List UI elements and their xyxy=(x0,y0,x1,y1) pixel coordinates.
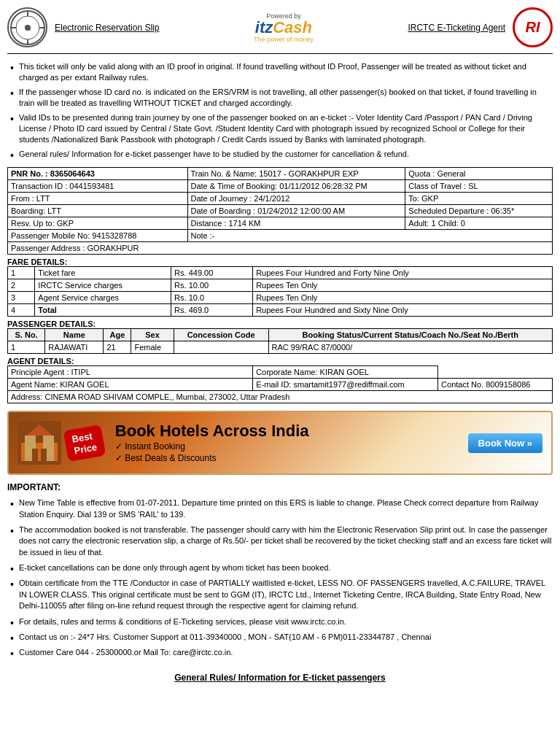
fare-section-title: FARE DETAILS: xyxy=(7,258,553,266)
general-rules-footer: General Rules/ Information for E-ticket … xyxy=(7,673,553,683)
mobile-cell: Passenger Mobile No: 9415328788 xyxy=(8,230,188,242)
agent-row-2: Agent Name: KIRAN GOEL E-mail ID: smarta… xyxy=(8,379,553,391)
irctc-section: IRCTC E-Ticketing Agent RI xyxy=(408,7,553,47)
to-cell: To: GKP xyxy=(405,193,553,205)
corporate-cell: Corporate Name: KIRAN GOEL xyxy=(253,366,438,379)
boarding-date-cell: Date of Boarding : 01/24/2012 12:00:00 A… xyxy=(187,205,405,217)
important-title: IMPORTANT: xyxy=(7,482,553,492)
hotel-banner[interactable]: Best Price Book Hotels Across India ✓ In… xyxy=(7,411,553,475)
p-sno-1: 1 xyxy=(8,341,45,354)
important-section: IMPORTANT: New Time Table is effective f… xyxy=(7,482,553,661)
fare-item-4: Total xyxy=(35,304,171,317)
departure-cell: Scheduled Departure : 06:35* xyxy=(405,205,553,217)
fare-item-2: IRCTC Service charges xyxy=(35,279,171,292)
adult-child-cell: Adult: 1 Child: 0 xyxy=(405,217,553,230)
passenger-section-title: PASSENGER DETAILS: xyxy=(7,320,553,328)
train-cell: Train No. & Name: 15017 - GORAKHPUR EXP xyxy=(187,168,405,180)
info-bullets: This ticket will only be valid along wit… xyxy=(7,60,553,161)
distance-cell: Distance : 1714 KM xyxy=(187,217,405,230)
col-concession: Concession Code xyxy=(174,329,268,341)
fare-amount-4: Rs. 469.0 xyxy=(171,304,253,317)
ticket-info-table: PNR No. : 8365064643 Train No. & Name: 1… xyxy=(7,167,553,255)
hotel-title: Book Hotels Across India xyxy=(115,422,456,441)
fare-table: 1 Ticket fare Rs. 449.00 Rupees Four Hun… xyxy=(7,266,553,317)
passenger-row-1: 1 RAJAWATI 21 Female RAC 99/RAC 87/0000/ xyxy=(8,341,553,354)
fare-amount-1: Rs. 449.00 xyxy=(171,267,253,279)
journey-cell: Date of Journey : 24/1/2012 xyxy=(187,193,405,205)
fare-words-4: Rupees Four Hundred and Sixty Nine Only xyxy=(253,304,553,317)
p-concession-1 xyxy=(174,341,268,354)
fare-words-1: Rupees Four Hundred and Forty Nine Only xyxy=(253,267,553,279)
pnr-cell: PNR No. : 8365064643 xyxy=(8,168,188,180)
hotel-content: Book Hotels Across India ✓ Instant Booki… xyxy=(115,422,456,464)
fare-words-3: Rupees Ten Only xyxy=(253,292,553,304)
fare-item-3: Agent Service charges xyxy=(35,292,171,304)
fare-no-1: 1 xyxy=(8,267,35,279)
email-cell: E-mail ID: smartamit1977@rediffmail.com xyxy=(253,379,438,391)
bullet-1: This ticket will only be valid along wit… xyxy=(7,60,553,85)
col-name: Name xyxy=(45,329,104,341)
itz-cash-logo: Powered by itzCash The power of money xyxy=(254,12,314,43)
agent-name-cell: Agent Name: KIRAN GOEL xyxy=(8,379,253,391)
bullet-3: Valid IDs to be presented during train j… xyxy=(7,111,553,147)
from-cell: From : LTT xyxy=(8,193,188,205)
resv-cell: Resv. Up to: GKP xyxy=(8,217,188,230)
electronic-reservation-label: Electronic Reservation Slip xyxy=(55,23,159,33)
passenger-table: S. No. Name Age Sex Concession Code Book… xyxy=(7,328,553,354)
important-item-1: New Time Table is effective from 01-07-2… xyxy=(7,495,553,522)
feature-1: ✓ Instant Booking xyxy=(115,441,456,452)
transaction-cell: Transaction ID : 0441593481 xyxy=(8,180,188,193)
hotel-image xyxy=(18,421,61,465)
col-sno: S. No. xyxy=(8,329,45,341)
p-booking-1: RAC 99/RAC 87/0000/ xyxy=(268,341,552,354)
fare-no-2: 2 xyxy=(8,279,35,292)
agent-row-3: Address: CINEMA ROAD SHIVAM COMPLE,, Mum… xyxy=(8,391,553,403)
best-price-badge: Best Price xyxy=(63,424,106,462)
col-sex: Sex xyxy=(131,329,174,341)
fare-no-4: 4 xyxy=(8,304,35,317)
fare-row-1: 1 Ticket fare Rs. 449.00 Rupees Four Hun… xyxy=(8,267,553,279)
header-left: रेल Electronic Reservation Slip xyxy=(7,7,159,47)
svg-text:रेल: रेल xyxy=(24,25,31,32)
important-item-5: For details, rules and terms & condition… xyxy=(7,614,553,630)
col-age: Age xyxy=(104,329,131,341)
principle-agent-cell: Principle Agent : ITIPL xyxy=(8,366,253,379)
fare-words-2: Rupees Ten Only xyxy=(253,279,553,292)
quota-cell: Quota : General xyxy=(405,168,553,180)
svg-rect-13 xyxy=(41,449,47,461)
address-cell: Passenger Address : GORAKHPUR xyxy=(8,242,553,255)
fare-item-1: Ticket fare xyxy=(35,267,171,279)
fare-row-2: 2 IRCTC Service charges Rs. 10.00 Rupees… xyxy=(8,279,553,292)
banner-image-area: Best Price xyxy=(18,421,104,465)
boarding-cell: Boarding: LTT xyxy=(8,205,188,217)
hotel-features: ✓ Instant Booking ✓ Best Deals & Discoun… xyxy=(115,441,456,464)
p-name-1: RAJAWATI xyxy=(45,341,104,354)
fare-no-3: 3 xyxy=(8,292,35,304)
note-cell: Note :- xyxy=(187,230,553,242)
agent-section-title: AGENT DETAILS: xyxy=(7,357,553,365)
fare-row-4: 4 Total Rs. 469.0 Rupees Four Hundred an… xyxy=(8,304,553,317)
p-age-1: 21 xyxy=(104,341,131,354)
important-list: New Time Table is effective from 01-07-2… xyxy=(7,495,553,661)
bullet-4: General rules/ Information for e-ticket … xyxy=(7,147,553,161)
book-now-button[interactable]: Book Now » xyxy=(468,433,542,453)
fare-row-3: 3 Agent Service charges Rs. 10.0 Rupees … xyxy=(8,292,553,304)
railway-logo: रेल xyxy=(7,7,47,47)
agent-table: Principle Agent : ITIPL Corporate Name: … xyxy=(7,365,553,403)
class-cell: Class of Travel : SL xyxy=(405,180,553,193)
important-item-2: The accommodation booked is not transfer… xyxy=(7,522,553,560)
important-item-3: E-ticket cancellations can be done only … xyxy=(7,560,553,576)
bullet-2: If the passenger whose ID card no. is in… xyxy=(7,85,553,111)
p-sex-1: Female xyxy=(131,341,174,354)
irctc-agent-label: IRCTC E-Ticketing Agent xyxy=(408,23,505,33)
fare-amount-2: Rs. 10.00 xyxy=(171,279,253,292)
feature-2: ✓ Best Deals & Discounts xyxy=(115,452,456,464)
important-item-6: Contact us on :- 24*7 Hrs. Customer Supp… xyxy=(7,630,553,645)
agent-address-cell: Address: CINEMA ROAD SHIVAM COMPLE,, Mum… xyxy=(8,391,553,403)
booking-cell: Date & Time of Booking: 01/11/2012 06:28… xyxy=(187,180,405,193)
svg-rect-12 xyxy=(32,449,38,461)
page-header: रेल Electronic Reservation Slip Powered … xyxy=(7,7,553,54)
col-booking: Booking Status/Current Status/Coach No./… xyxy=(268,329,552,341)
contact-cell: Contact No. 8009158086 xyxy=(438,379,553,391)
passenger-header-row: S. No. Name Age Sex Concession Code Book… xyxy=(8,329,553,341)
